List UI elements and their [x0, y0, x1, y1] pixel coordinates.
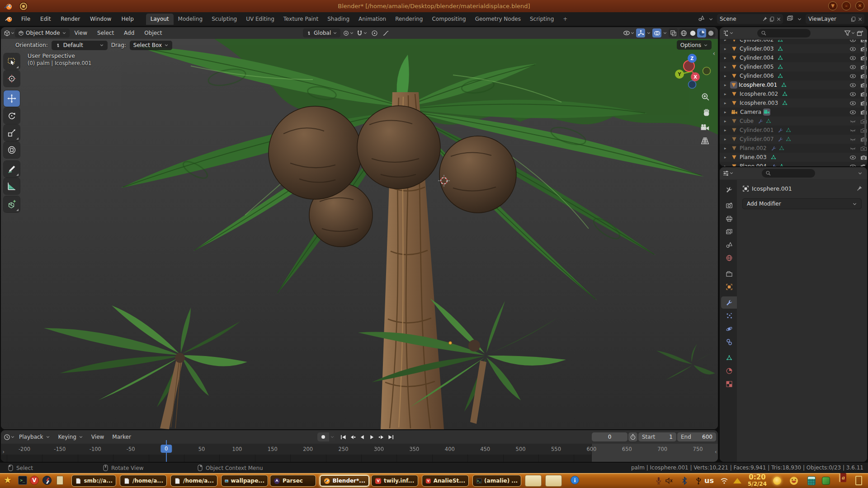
- overlays-dropdown[interactable]: [663, 31, 667, 35]
- workspace-tab-uv-editing[interactable]: UV Editing: [241, 14, 279, 25]
- gizmos-toggle[interactable]: [636, 28, 645, 38]
- expand-icon[interactable]: ▸: [724, 74, 730, 78]
- jump-to-end-button[interactable]: [387, 432, 395, 441]
- breadcrumb-object-name[interactable]: Icosphere.001: [752, 185, 792, 192]
- jump-to-start-button[interactable]: [339, 432, 348, 441]
- properties-tab-object[interactable]: [721, 281, 737, 293]
- tools-tray-icon[interactable]: [822, 473, 830, 488]
- minimized-window-1[interactable]: [525, 475, 542, 487]
- outliner-row-cylinder.005[interactable]: ▸Cylinder.005: [720, 62, 867, 71]
- menu-star-icon[interactable]: ★: [4, 474, 12, 485]
- taskbar-window-wallpape-[interactable]: wallpape...: [221, 475, 268, 487]
- hide-viewport-icon[interactable]: [849, 136, 856, 143]
- timeline-menu-marker[interactable]: Marker: [108, 432, 135, 442]
- browser-launcher-icon[interactable]: [42, 476, 52, 485]
- viewlayer-selector[interactable]: ViewLayer: [806, 14, 864, 24]
- hide-viewport-icon[interactable]: [849, 40, 856, 43]
- viewport-canvas[interactable]: Z Y X Orientation: Default Drag: Select …: [1, 39, 718, 429]
- outliner-row-cylinder.007[interactable]: ▸Cylinder.007: [720, 135, 867, 144]
- new-collection-button[interactable]: [855, 28, 864, 38]
- shading-solid-button[interactable]: [688, 28, 697, 38]
- properties-tab-render[interactable]: [721, 199, 737, 211]
- scene-icon[interactable]: [698, 15, 705, 23]
- properties-tab-view-layer[interactable]: [721, 225, 737, 238]
- properties-search-input[interactable]: [762, 169, 815, 178]
- expand-icon[interactable]: ▸: [724, 128, 730, 132]
- info-tray-icon[interactable]: i: [571, 476, 579, 484]
- hide-viewport-icon[interactable]: [849, 100, 856, 107]
- workspace-tab-texture-paint[interactable]: Texture Paint: [279, 14, 323, 25]
- calculator-tray-icon[interactable]: [807, 473, 816, 488]
- clock[interactable]: 0:205/2/24: [745, 473, 769, 488]
- tool-measure[interactable]: [4, 178, 20, 194]
- disable-render-icon[interactable]: [860, 163, 867, 167]
- new-viewlayer-icon[interactable]: [850, 16, 856, 22]
- properties-tab-material[interactable]: [721, 365, 737, 377]
- tool-move[interactable]: [4, 90, 20, 107]
- outliner-row-cylinder.001[interactable]: ▸Cylinder.001: [720, 126, 867, 135]
- hide-viewport-icon[interactable]: [849, 163, 856, 167]
- taskbar-window-analiest-[interactable]: AnalieSt...: [422, 475, 469, 487]
- properties-tab-tool[interactable]: [721, 183, 737, 196]
- properties-tab-texture[interactable]: [721, 378, 737, 390]
- outliner-scrollbar[interactable]: [864, 42, 866, 145]
- weather-tray-icon[interactable]: [773, 473, 781, 488]
- region-arrow-left[interactable]: ›: [2, 448, 5, 455]
- zoom-control[interactable]: [701, 92, 710, 103]
- hide-viewport-icon[interactable]: [849, 91, 856, 98]
- shading-material-button[interactable]: [697, 28, 706, 38]
- pin-icon[interactable]: [856, 185, 863, 192]
- workspace-tab-geometry-nodes[interactable]: Geometry Nodes: [471, 14, 525, 25]
- auto-keying-dropdown[interactable]: [329, 432, 335, 441]
- outliner-row-cylinder.003[interactable]: ▸Cylinder.003: [720, 44, 867, 53]
- viewport-menu-add[interactable]: Add: [119, 28, 139, 38]
- mode-dropdown[interactable]: Object Mode: [15, 28, 70, 38]
- wifi-tray-icon[interactable]: [720, 473, 729, 488]
- filter-button[interactable]: [844, 28, 855, 38]
- properties-tab-data[interactable]: [721, 352, 737, 364]
- menu-window[interactable]: Window: [85, 14, 116, 24]
- taskbar-window-blender-[interactable]: Blender*...: [320, 475, 369, 487]
- disable-render-icon[interactable]: [860, 145, 867, 152]
- timeline-menu-view[interactable]: View: [87, 432, 108, 442]
- expand-icon[interactable]: ▸: [724, 83, 730, 87]
- current-frame-field[interactable]: 0: [592, 432, 627, 441]
- previous-keyframe-button[interactable]: [349, 432, 357, 441]
- properties-options-dropdown[interactable]: [858, 171, 863, 176]
- editor-type-button[interactable]: [4, 28, 15, 38]
- tool-select-box[interactable]: [4, 53, 20, 70]
- workspace-tab-layout[interactable]: Layout: [146, 14, 174, 25]
- expand-icon[interactable]: ▸: [724, 65, 730, 69]
- window-minimize-button[interactable]: –: [842, 1, 851, 10]
- outliner-row-icosphere.003[interactable]: ▸Icosphere.003: [720, 99, 867, 108]
- outliner-row-camera[interactable]: ▸Camera: [720, 108, 867, 117]
- microphone-tray-icon[interactable]: [655, 473, 662, 488]
- timeline-menu-playback[interactable]: Playback: [15, 432, 54, 442]
- workspace-tab-scripting[interactable]: Scripting: [525, 14, 558, 25]
- expand-icon[interactable]: ▸: [724, 40, 730, 42]
- outliner-row-plane.002[interactable]: ▸Plane.002: [720, 144, 867, 153]
- menu-help[interactable]: Help: [116, 14, 138, 24]
- outliner-row-icosphere.001[interactable]: ▸Icosphere.001: [720, 80, 867, 89]
- shading-wireframe-button[interactable]: [679, 28, 688, 38]
- use-preview-range-button[interactable]: [628, 432, 637, 441]
- dictionary-tray-icon[interactable]: a: [839, 473, 846, 482]
- new-scene-icon[interactable]: [769, 16, 775, 22]
- taskbar-window-parsec[interactable]: Parsec: [270, 475, 316, 487]
- remove-viewlayer-icon[interactable]: [858, 17, 863, 22]
- orientation-dropdown[interactable]: Default: [52, 41, 108, 50]
- emoji-tray-icon[interactable]: [790, 473, 798, 488]
- expand-tray-icon[interactable]: [733, 473, 741, 488]
- menu-render[interactable]: Render: [56, 14, 85, 24]
- tool-cursor[interactable]: [4, 70, 20, 87]
- outliner-row-plane.004[interactable]: ▸Plane.004: [720, 162, 867, 166]
- hide-viewport-icon[interactable]: [849, 118, 856, 125]
- workspace-tab-compositing[interactable]: Compositing: [427, 14, 470, 25]
- pivot-point-dropdown[interactable]: [343, 28, 354, 38]
- proportional-falloff-dropdown[interactable]: [381, 28, 390, 38]
- properties-tab-output[interactable]: [721, 212, 737, 225]
- blender-menu-icon[interactable]: [5, 15, 14, 23]
- viewport-menu-select[interactable]: Select: [92, 28, 119, 38]
- overlays-toggle[interactable]: [652, 28, 661, 38]
- expand-icon[interactable]: ▸: [724, 92, 730, 96]
